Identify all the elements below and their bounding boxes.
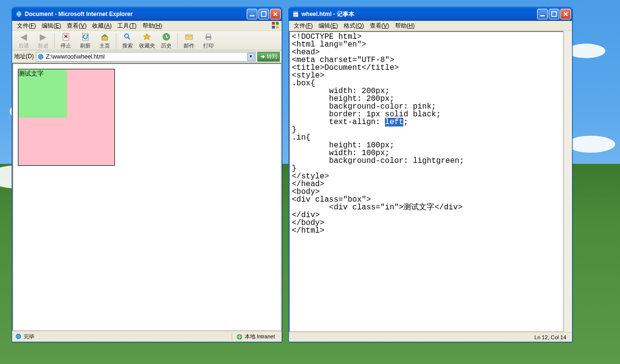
ie-toolbar: ◀后退 ▶前进 停止 刷新 主页 搜索 收藏夹 历史 邮件 打印: [12, 31, 282, 50]
notepad-title: wheel.html - 记事本: [302, 10, 537, 18]
menu-file[interactable]: 文件(F): [14, 21, 39, 31]
status-text: 完毕: [24, 333, 34, 340]
address-input[interactable]: [36, 52, 255, 62]
menu-format[interactable]: 格式(O): [341, 21, 366, 31]
svg-rect-5: [272, 26, 275, 29]
bg-cloud: [567, 136, 615, 153]
svg-rect-14: [207, 38, 210, 40]
notepad-status-bar: Ln 12, Col 14: [289, 332, 572, 342]
code-text: ; } .in{ height: 100px; width: 100px; ba…: [292, 118, 464, 235]
mail-icon: [184, 32, 194, 42]
notepad-icon: [292, 10, 300, 18]
history-button[interactable]: 历史: [157, 32, 176, 49]
svg-rect-19: [293, 11, 298, 13]
vertical-scrollbar[interactable]: [564, 31, 572, 332]
print-button[interactable]: 打印: [199, 32, 218, 49]
ie-page-icon: [37, 53, 44, 60]
search-button[interactable]: 搜索: [118, 32, 137, 49]
close-button[interactable]: [270, 9, 281, 19]
ie-viewport[interactable]: 测试文字: [12, 63, 282, 331]
minimize-button[interactable]: [537, 9, 548, 19]
code-text: <!DOCTYPE html> <html lang="en"> <head> …: [292, 32, 441, 127]
toolbar-separator: [116, 33, 116, 48]
go-button[interactable]: 转到: [257, 52, 280, 62]
menu-file[interactable]: 文件(F): [291, 21, 316, 31]
stop-icon: [61, 32, 71, 42]
menu-edit[interactable]: 编辑(E): [39, 21, 64, 31]
svg-rect-21: [552, 12, 556, 16]
refresh-icon: [80, 32, 91, 42]
ie-title: Document - Microsoft Internet Explorer: [25, 11, 247, 17]
home-button[interactable]: 主页: [95, 32, 114, 49]
forward-icon: ▶: [38, 32, 48, 42]
mail-button[interactable]: 邮件: [179, 32, 199, 49]
address-dropdown[interactable]: ▼: [247, 53, 254, 61]
maximize-button[interactable]: [549, 9, 559, 19]
star-icon: [142, 32, 152, 42]
ie-icon: [15, 10, 23, 18]
menu-favorites[interactable]: 收藏(A): [89, 21, 114, 31]
demo-inner-box: 测试文字: [18, 69, 67, 118]
history-icon: [161, 32, 172, 42]
print-icon: [203, 32, 214, 42]
toolbar-separator: [54, 33, 55, 48]
svg-rect-20: [540, 15, 545, 16]
favorites-button[interactable]: 收藏夹: [137, 32, 157, 49]
notepad-editor[interactable]: <!DOCTYPE html> <html lang="en"> <head> …: [289, 31, 564, 332]
stop-button[interactable]: 停止: [56, 32, 76, 49]
ie-status-bar: 完毕 本地 Intranet: [12, 331, 282, 342]
security-zone[interactable]: 本地 Intranet: [232, 333, 279, 340]
menu-tools[interactable]: 工具(T): [114, 21, 139, 31]
minimize-button[interactable]: [247, 9, 257, 19]
svg-rect-1: [250, 15, 254, 16]
cursor-position: Ln 12, Col 14: [535, 334, 566, 340]
menu-help[interactable]: 帮助(H): [392, 21, 418, 31]
svg-rect-13: [207, 34, 210, 36]
svg-point-9: [125, 34, 128, 38]
menu-edit[interactable]: 编辑(E): [316, 21, 341, 31]
demo-box: 测试文字: [18, 69, 115, 166]
ie-titlebar[interactable]: Document - Microsoft Internet Explorer: [12, 7, 282, 21]
search-icon: [122, 32, 133, 42]
menu-help[interactable]: 帮助(H): [140, 21, 165, 31]
notepad-menubar: 文件(F) 编辑(E) 格式(O) 查看(V) 帮助(H): [289, 21, 572, 31]
bg-cloud: [567, 44, 605, 58]
forward-button[interactable]: ▶前进: [33, 32, 53, 49]
svg-rect-6: [276, 26, 279, 29]
ie-window: Document - Microsoft Internet Explorer 文…: [12, 7, 282, 342]
notepad-window: wheel.html - 记事本 文件(F) 编辑(E) 格式(O) 查看(V)…: [288, 7, 572, 342]
ie-throbber-icon: [271, 21, 280, 31]
refresh-button[interactable]: 刷新: [76, 32, 95, 49]
address-label: 地址(D): [14, 52, 34, 61]
svg-point-16: [16, 334, 21, 339]
menu-view[interactable]: 查看(V): [64, 21, 89, 31]
svg-rect-2: [261, 12, 266, 16]
svg-rect-3: [272, 22, 275, 25]
ie-page-icon: [15, 333, 22, 341]
notepad-titlebar[interactable]: wheel.html - 记事本: [289, 7, 572, 21]
go-arrow-icon: [260, 54, 266, 60]
menu-view[interactable]: 查看(V): [367, 21, 392, 31]
svg-point-15: [38, 54, 43, 59]
home-icon: [99, 32, 110, 42]
ie-menubar: 文件(F) 编辑(E) 查看(V) 收藏(A) 工具(T) 帮助(H): [12, 21, 282, 31]
close-button[interactable]: [560, 9, 571, 19]
back-icon: ◀: [18, 32, 29, 42]
ie-address-bar: 地址(D) ▼ 转到: [12, 50, 282, 63]
maximize-button[interactable]: [258, 9, 269, 19]
svg-rect-4: [276, 22, 279, 25]
back-button[interactable]: ◀后退: [14, 32, 33, 49]
globe-icon: [236, 333, 243, 340]
toolbar-separator: [177, 33, 178, 48]
code-selection: left: [385, 118, 403, 127]
